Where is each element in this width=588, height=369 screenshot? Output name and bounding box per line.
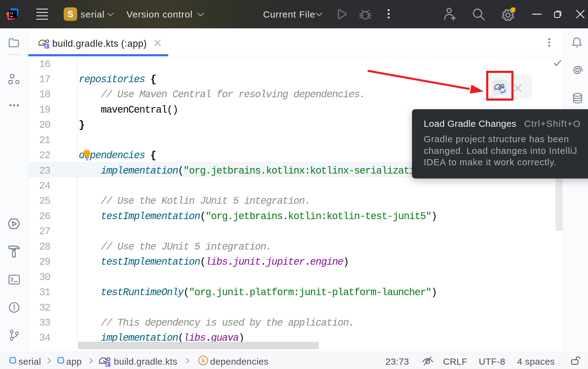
svg-text:IJ: IJ bbox=[10, 11, 13, 15]
svg-text:λ: λ bbox=[202, 357, 205, 364]
